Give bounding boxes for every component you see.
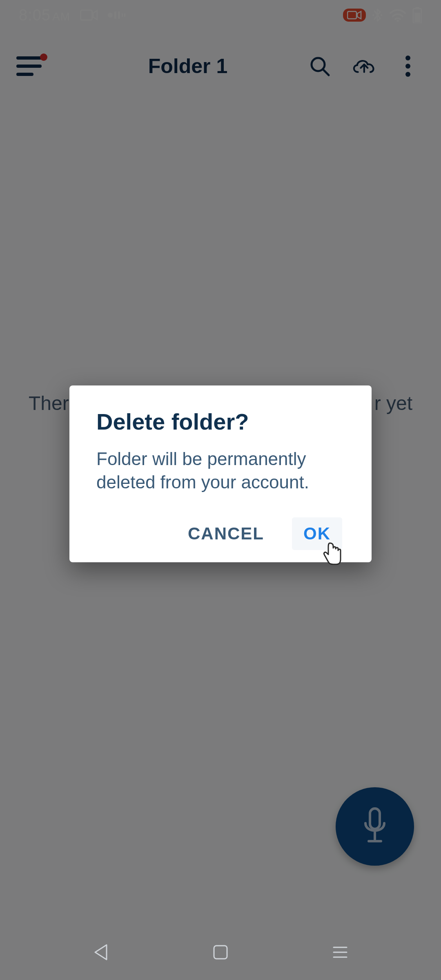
- triangle-back-icon: [93, 943, 109, 961]
- nav-back-button[interactable]: [88, 939, 114, 965]
- nav-home-button[interactable]: [207, 939, 234, 965]
- nav-recent-button[interactable]: [327, 939, 353, 965]
- modal-scrim[interactable]: Delete folder? Folder will be permanentl…: [0, 0, 441, 980]
- delete-folder-dialog: Delete folder? Folder will be permanentl…: [69, 385, 372, 562]
- cancel-button[interactable]: CANCEL: [184, 517, 268, 550]
- dialog-body: Folder will be permanently deleted from …: [96, 447, 345, 494]
- nav-bar: [0, 924, 441, 980]
- ok-button[interactable]: OK: [292, 517, 342, 550]
- square-home-icon: [212, 944, 229, 960]
- svg-rect-21: [214, 946, 227, 959]
- dialog-title: Delete folder?: [96, 408, 345, 435]
- recent-icon: [332, 945, 348, 959]
- dialog-actions: CANCEL OK: [96, 517, 345, 550]
